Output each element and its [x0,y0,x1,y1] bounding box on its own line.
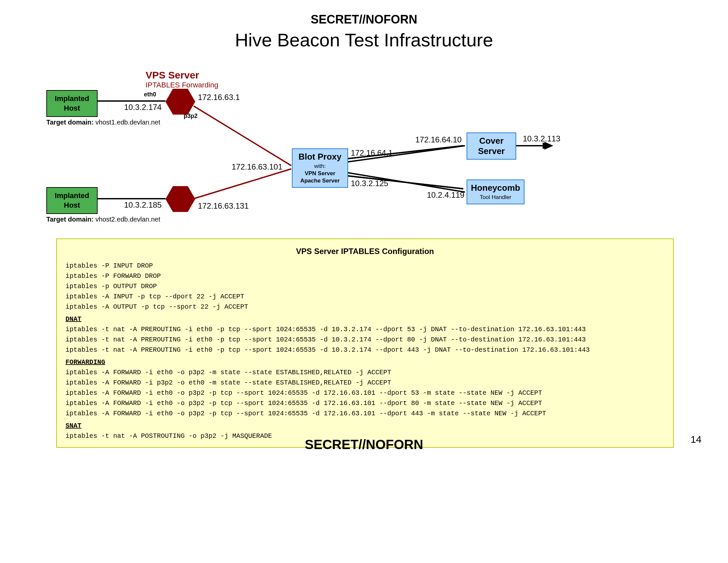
config-dnat-2: iptables -t nat -A PREROUTING -i eth0 -p… [66,345,664,355]
vps-title: VPS Server [146,70,218,81]
host2-label: Implanted Host [55,191,89,209]
cover-ip-left: 172.16.64.10 [415,135,462,144]
eth0-label-1: eth0 [144,91,156,98]
config-base-4: iptables -A OUTPUT -p tcp --sport 22 -j … [66,302,664,312]
config-dnat-1: iptables -t nat -A PREROUTING -i eth0 -p… [66,335,664,345]
config-dnat-0: iptables -t nat -A PREROUTING -i eth0 -p… [66,324,664,335]
config-fwd-2: iptables -A FORWARD -i eth0 -o p3p2 -p t… [66,388,664,398]
implanted-host-2: Implanted Host [46,187,98,214]
dnat-header: DNAT [66,314,664,324]
host2-ip-left: 10.3.2.185 [124,200,161,210]
config-base-2: iptables -p OUTPUT DROP [66,281,664,292]
config-title: VPS Server IPTABLES Configuration [66,245,664,257]
hexagon-icon-1 [165,89,195,115]
svg-line-4 [194,106,291,165]
classification-top: SECRET//NOFORN [0,13,728,26]
vps-subtitle: IPTABLES Forwarding [146,81,218,89]
cover-title: Cover Server [470,136,513,156]
snat-header: SNAT [66,421,664,431]
blot-ip-bot-right: 10.3.2.125 [351,179,388,188]
blot-ip-left: 172.16.63.101 [232,162,282,171]
svg-marker-9 [543,142,551,149]
config-base-3: iptables -A INPUT -p tcp --dport 22 -j A… [66,292,664,302]
config-base-0: iptables -P INPUT DROP [66,260,664,271]
config-fwd-4: iptables -A FORWARD -i eth0 -o p3p2 -p t… [66,408,664,419]
config-fwd-1: iptables -A FORWARD -i p3p2 -o eth0 -m s… [66,378,664,388]
config-fwd-0: iptables -A FORWARD -i eth0 -o p3p2 -m s… [66,367,664,378]
p3p2-label-1: p3p2 [184,113,198,119]
hexagon-icon-2 [165,186,195,212]
honeycomb-ip-left: 10.2.4.119 [427,190,464,200]
cover-ip-right: 10.3.2.113 [523,134,560,143]
cover-server-box: Cover Server [467,132,516,160]
honeycomb-title: Honeycomb [470,183,521,193]
host2-ip-right: 172.16.63.131 [198,201,249,211]
fwd-header: FORWARDING [66,357,664,367]
host1-label: Implanted Host [55,94,89,112]
implanted-host-1: Implanted Host [46,90,98,117]
host2-domain: Target domain: vhost2.edb.devlan.net [46,215,160,223]
config-base-1: iptables -P FORWARD DROP [66,271,664,281]
host1-domain: Target domain: vhost1.edb.devlan.net [46,118,160,126]
host1-ip-right: 172.16.63.1 [198,93,240,102]
iptables-config-box: VPS Server IPTABLES Configuration iptabl… [56,238,674,448]
honeycomb-box: Honeycomb Tool Handler [467,179,524,204]
blot-title: Blot Proxy [295,152,345,162]
honeycomb-sub: Tool Handler [470,194,521,201]
blot-ip-top-right: 172.16.64.1 [351,148,393,158]
blot-proxy-box: Blot Proxy with: VPN Server Apache Serve… [292,148,348,188]
config-fwd-3: iptables -A FORWARD -i eth0 -o p3p2 -p t… [66,398,664,408]
page-title: Hive Beacon Test Infrastructure [0,29,728,51]
svg-line-5 [194,169,291,199]
classification-bottom: SECRET//NOFORN [0,437,728,452]
host1-ip-left: 10.3.2.174 [124,103,161,112]
